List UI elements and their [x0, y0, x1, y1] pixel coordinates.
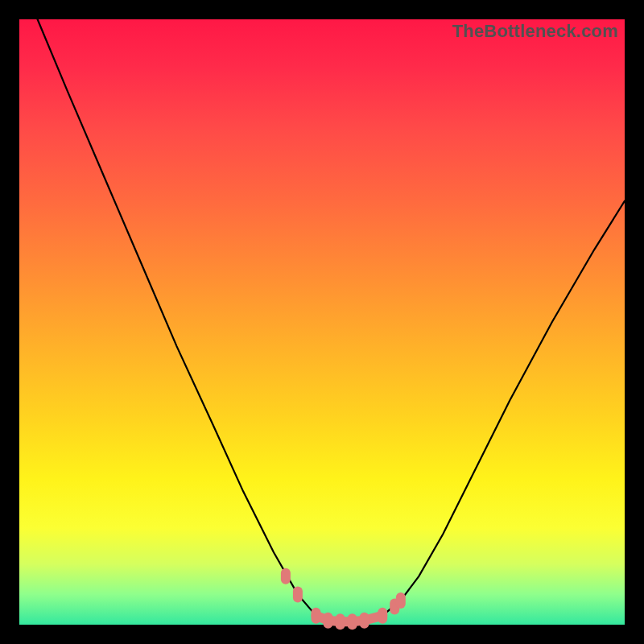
highlight-point	[324, 613, 333, 629]
highlight-point	[396, 592, 406, 609]
bottleneck-curve	[38, 19, 625, 621]
highlight-point	[378, 608, 387, 624]
highlight-point	[336, 613, 345, 630]
watermark-text: TheBottleneck.com	[452, 21, 618, 42]
highlight-point	[360, 613, 369, 629]
highlight-point	[312, 608, 321, 624]
highlight-point	[348, 613, 357, 630]
chart-frame: TheBottleneck.com	[19, 19, 625, 625]
chart-svg	[19, 19, 625, 625]
highlight-point	[293, 586, 303, 602]
highlight-points-group	[281, 568, 406, 630]
highlight-point	[281, 568, 291, 584]
